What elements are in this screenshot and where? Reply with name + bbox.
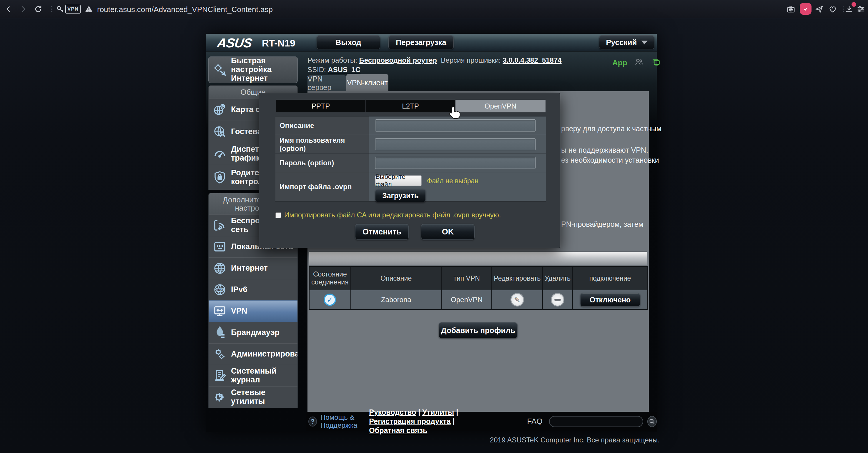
vpn-type-cell: OpenVPN <box>442 290 492 310</box>
import-ca-label: Импортировать файл CA или редактировать … <box>284 211 501 219</box>
wan-label: Интернет <box>231 264 268 273</box>
description-fragment-1: рверу для доступа к частным <box>561 124 661 133</box>
col-status: Состояние соединения <box>309 266 351 290</box>
password-input[interactable] <box>375 157 535 169</box>
lan-icon <box>209 240 231 254</box>
router-footer: ? Помощь & Поддержка Руководство | Утили… <box>306 412 657 431</box>
ipv6-label: IPv6 <box>231 285 247 294</box>
vpn-label: VPN <box>231 307 247 316</box>
favorites-heart-icon[interactable] <box>827 4 838 14</box>
reboot-button[interactable]: Перезагрузка <box>389 35 454 50</box>
network-devices-icon[interactable] <box>651 57 661 68</box>
firmware-label: Версия прошивки: <box>441 56 500 64</box>
upload-button[interactable]: Загрузить <box>375 189 426 202</box>
wireless-icon <box>209 218 231 232</box>
modal-tab-openvpn[interactable]: OpenVPN <box>456 100 546 112</box>
add-profile-button[interactable]: Добавить профиль <box>439 322 518 338</box>
faq-label: FAQ <box>527 417 542 426</box>
footer-links: Руководство | Утилиты | Регистрация прод… <box>369 408 492 435</box>
edit-pencil-icon[interactable]: ✎ <box>510 293 524 306</box>
edit-cell: ✎ <box>492 290 542 310</box>
administration-icon <box>209 347 231 361</box>
footer-link-manual[interactable]: Руководство <box>369 408 416 416</box>
footer-link-registration[interactable]: Регистрация продукта <box>369 417 451 425</box>
sidebar-item-firewall[interactable]: Брандмауэр <box>209 322 298 343</box>
sidebar-item-vpn[interactable]: VPN <box>209 300 298 322</box>
col-edit: Редактировать <box>492 266 542 290</box>
description-fragment-2: ы не поддерживают VPN. <box>561 146 648 155</box>
clients-icon[interactable] <box>634 57 644 68</box>
address-bar-url[interactable]: router.asus.com/Advanced_VPNClient_Conte… <box>97 5 273 14</box>
quick-setup-icon <box>209 63 231 77</box>
shield-check-icon[interactable] <box>800 3 811 15</box>
logout-button[interactable]: Выход <box>317 35 380 50</box>
delete-minus-icon[interactable] <box>551 293 564 306</box>
vpn-extension-badge[interactable]: VPN <box>65 5 81 13</box>
key-icon[interactable] <box>55 4 65 14</box>
back-icon[interactable] <box>3 4 14 14</box>
firmware-value-link[interactable]: 3.0.0.4.382_51874 <box>502 56 561 64</box>
header-utility-icons: App <box>612 57 661 68</box>
description-input[interactable] <box>375 120 535 131</box>
firewall-label: Брандмауэр <box>231 328 280 337</box>
quick-setup-label: Быстрая настройка Интернет <box>231 57 298 83</box>
delete-cell <box>542 290 572 310</box>
forward-icon[interactable] <box>18 4 28 14</box>
ok-button[interactable]: OK <box>421 224 475 240</box>
status-cell: ✓ <box>309 290 351 310</box>
app-link[interactable]: App <box>612 58 627 67</box>
system-log-icon <box>209 368 231 383</box>
table-header-row: Состояние соединения Описание тип VPN Ре… <box>309 266 648 290</box>
help-support-label[interactable]: Помощь & Поддержка <box>320 414 357 429</box>
sidebar-item-ipv6[interactable]: IPV6 IPv6 <box>209 279 298 300</box>
profile-list-title-bar <box>309 252 647 265</box>
modal-tab-pptp[interactable]: PPTP <box>276 100 366 112</box>
form-row-password: Пароль (option) <box>275 154 546 172</box>
import-field-label: Импорт файла .ovpn <box>275 172 369 201</box>
tab-vpn-client[interactable]: VPN-клиент <box>346 74 389 91</box>
ipv6-icon: IPV6 <box>209 283 231 297</box>
sidebar-item-wan[interactable]: Интернет <box>209 257 298 279</box>
mouse-cursor-hand <box>447 105 461 120</box>
footer-link-utilities[interactable]: Утилиты <box>422 408 454 416</box>
col-connection: подключение <box>572 266 648 290</box>
language-selector[interactable]: Русский <box>599 35 654 50</box>
faq-search-icon[interactable] <box>647 416 657 427</box>
svg-text:IPV6: IPV6 <box>217 288 223 291</box>
sidebar-item-quick-setup[interactable]: Быстрая настройка Интернет <box>208 57 298 83</box>
network-tools-icon <box>209 390 231 404</box>
tab-vpn-server[interactable]: VPN сервер <box>308 75 346 91</box>
router-model: RT-N19 <box>262 38 296 49</box>
modal-tab-l2tp[interactable]: L2TP <box>366 100 456 112</box>
ssid-line: SSID: ASUS_1C <box>308 66 361 74</box>
system-log-label: Системный журнал <box>231 367 298 384</box>
ssid-value-link[interactable]: ASUS_1C <box>328 66 361 73</box>
username-input[interactable] <box>375 138 535 150</box>
send-plane-icon[interactable] <box>814 4 825 14</box>
settings-sliders-icon[interactable] <box>856 4 866 14</box>
footer-link-feedback[interactable]: Обратная связь <box>369 426 427 434</box>
sidebar-item-system-log[interactable]: Системный журнал <box>209 365 298 386</box>
snapshot-camera-icon[interactable] <box>785 4 796 14</box>
parental-control-icon <box>209 170 231 185</box>
network-tools-label: Сетевые утилиты <box>231 388 298 406</box>
description-cell: Zaborona <box>351 290 442 310</box>
choose-file-button[interactable]: Выберите файл <box>375 175 422 186</box>
downloads-icon[interactable] <box>844 4 855 14</box>
connection-toggle-button[interactable]: Отключено <box>580 293 640 306</box>
sidebar-item-network-tools[interactable]: Сетевые утилиты <box>209 386 298 408</box>
reload-icon[interactable] <box>33 4 43 14</box>
import-ca-checkbox[interactable] <box>275 213 281 218</box>
form-row-description: Описание <box>275 116 546 135</box>
file-status-text: Файл не выбран <box>427 177 478 185</box>
site-warning-icon[interactable] <box>84 4 94 14</box>
router-header: ASUS RT-N19 Выход Перезагрузка Русский <box>206 34 657 52</box>
faq-search-input[interactable] <box>549 416 643 427</box>
cancel-button[interactable]: Отменить <box>355 224 409 240</box>
connection-cell: Отключено <box>572 290 648 310</box>
operation-mode-line: Режим работы: Беспроводной роутер Версия… <box>308 56 562 64</box>
sidebar-item-administration[interactable]: Администрирование <box>209 343 298 365</box>
description-fragment-3: ез необходимости установки <box>561 156 659 164</box>
mode-label: Режим работы: <box>308 56 357 64</box>
mode-value-link[interactable]: Беспроводной роутер <box>359 56 437 64</box>
